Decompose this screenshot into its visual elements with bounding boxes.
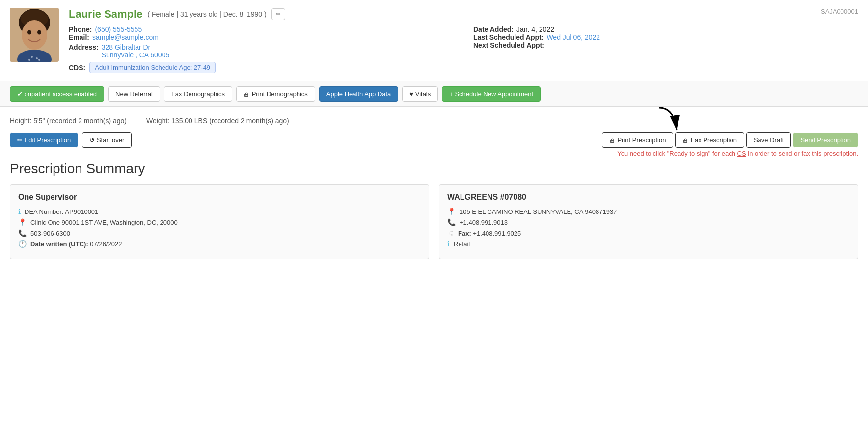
save-draft-button[interactable]: Save Draft — [746, 132, 791, 148]
last-appt-row: Last Scheduled Appt: Wed Jul 06, 2022 — [473, 33, 858, 41]
patient-gender: Female — [152, 10, 175, 18]
onpatient-button[interactable]: ✔ onpatient access enabled — [10, 86, 104, 102]
svg-point-3 — [22, 20, 47, 50]
address-row: Address: 328 Gibraltar Dr Sunnyvale , CA… — [69, 43, 454, 59]
edit-prescription-button[interactable]: ✏ Edit Prescription — [10, 132, 78, 148]
last-appt-label: Last Scheduled Appt: — [473, 33, 543, 41]
phone-label: Phone: — [69, 26, 92, 33]
pharmacy-phone-icon: 📞 — [447, 218, 456, 226]
print-prescription-button[interactable]: 🖨 Print Prescription — [602, 132, 674, 148]
svg-point-10 — [38, 59, 40, 61]
supervisor-card-title: One Supervisor — [18, 193, 421, 202]
svg-point-9 — [28, 59, 30, 61]
patient-details: Phone: (650) 555-5555 Email: sample@samp… — [69, 26, 858, 73]
pharmacy-address-value: 105 E EL CAMINO REAL SUNNYVALE, CA 94087… — [460, 208, 617, 215]
supervisor-phone-value: 503-906-6300 — [30, 230, 70, 237]
svg-point-4 — [27, 30, 31, 35]
pharmacy-type-row: ℹ Retail — [447, 240, 850, 248]
pharmacy-phone-row: 📞 +1.408.991.9013 — [447, 218, 850, 226]
schedule-appointment-button[interactable]: + Schedule New Appointment — [442, 86, 541, 102]
last-appt-value: Wed Jul 06, 2022 — [546, 33, 600, 41]
date-written-row: 🕐 Date written (UTC): 07/26/2022 — [18, 240, 421, 248]
pharmacy-info-icon: ℹ — [447, 240, 450, 248]
avatar — [10, 8, 59, 62]
pharmacy-card-title: WALGREENS #07080 — [447, 193, 850, 202]
pharmacy-fax-value: Fax: +1.408.991.9025 — [458, 230, 521, 237]
calendar-icon: 🕐 — [18, 240, 27, 248]
address-line1: 328 Gibraltar Dr — [102, 43, 170, 51]
dea-row: ℹ DEA Number: AP9010001 — [18, 208, 421, 215]
fax-prescription-button[interactable]: 🖨 Fax Prescription — [675, 132, 744, 148]
patient-name: Laurie Sample — [69, 8, 142, 21]
pharmacy-address-row: 📍 105 E EL CAMINO REAL SUNNYVALE, CA 940… — [447, 208, 850, 215]
date-added-row: Date Added: Jan. 4, 2022 — [473, 26, 858, 33]
svg-point-5 — [37, 30, 41, 35]
info-icon: ℹ — [18, 208, 21, 215]
patient-dob: Dec. 8, 1990 — [223, 10, 262, 18]
next-appt-row: Next Scheduled Appt: — [473, 41, 858, 49]
prescription-actions-right: 🖨 Print Prescription 🖨 Fax Prescription … — [602, 132, 858, 157]
date-written-value: Date written (UTC): 07/26/2022 — [30, 240, 122, 248]
clinic-row: 📍 Clinic One 90001 1ST AVE, Washington, … — [18, 218, 421, 226]
cds-row: CDS: Adult Immunization Schedule Age: 27… — [69, 62, 454, 73]
patient-header: Laurie Sample ( Female | 31 years old | … — [0, 0, 868, 81]
location-icon: 📍 — [18, 218, 27, 226]
cds-label: CDS: — [69, 64, 85, 72]
dea-value: DEA Number: AP9010001 — [25, 208, 98, 215]
patient-demographics: ( Female | 31 years old | Dec. 8, 1990 ) — [147, 10, 266, 18]
apple-health-button[interactable]: Apple Health App Data — [319, 86, 399, 102]
svg-point-8 — [36, 57, 38, 59]
prescription-actions-left: ✏ Edit Prescription ↺ Start over — [10, 132, 132, 148]
prescription-actions-wrapper: ✏ Edit Prescription ↺ Start over 🖨 Print… — [10, 132, 858, 157]
cds-badge: Adult Immunization Schedule Age: 27-49 — [89, 62, 216, 73]
fax-icon: 🖨 — [447, 229, 454, 237]
email-row: Email: sample@sample.com — [69, 33, 454, 41]
vitals-row: Height: 5'5" (recorded 2 month(s) ago) W… — [10, 117, 858, 125]
patient-info: Laurie Sample ( Female | 31 years old | … — [69, 8, 858, 73]
patient-name-row: Laurie Sample ( Female | 31 years old | … — [69, 8, 858, 21]
address-line2: Sunnyvale , CA 60005 — [102, 51, 170, 59]
action-bar: ✔ onpatient access enabled New Referral … — [0, 81, 868, 107]
main-content: Height: 5'5" (recorded 2 month(s) ago) W… — [0, 107, 868, 269]
pharmacy-fax-row: 🖨 Fax: +1.408.991.9025 — [447, 229, 850, 237]
prescription-actions: ✏ Edit Prescription ↺ Start over 🖨 Print… — [10, 132, 858, 157]
prescription-summary-title: Prescription Summary — [10, 161, 858, 177]
page: Laurie Sample ( Female | 31 years old | … — [0, 0, 868, 421]
patient-details-right: Date Added: Jan. 4, 2022 Last Scheduled … — [473, 26, 858, 73]
send-prescription-button[interactable]: Send Prescription — [793, 132, 858, 148]
pharmacy-phone-value: +1.408.991.9013 — [460, 219, 508, 226]
phone-value: (650) 555-5555 — [95, 26, 142, 33]
prescription-action-buttons: 🖨 Print Prescription 🖨 Fax Prescription … — [602, 132, 858, 148]
phone-row: Phone: (650) 555-5555 — [69, 26, 454, 33]
start-over-button[interactable]: ↺ Start over — [82, 132, 132, 148]
next-appt-label: Next Scheduled Appt: — [473, 41, 544, 49]
height-vital: Height: 5'5" (recorded 2 month(s) ago) — [10, 117, 127, 125]
pharmacy-card: WALGREENS #07080 📍 105 E EL CAMINO REAL … — [439, 184, 858, 259]
vitals-button[interactable]: ♥ Vitals — [402, 86, 438, 102]
phone-icon: 📞 — [18, 229, 27, 237]
fax-demographics-button[interactable]: Fax Demographics — [164, 86, 232, 102]
prescription-warning: You need to click "Ready to sign" for ea… — [617, 150, 858, 157]
supervisor-phone-row: 📞 503-906-6300 — [18, 229, 421, 237]
email-value: sample@sample.com — [92, 33, 159, 41]
new-referral-button[interactable]: New Referral — [108, 86, 160, 102]
date-added-label: Date Added: — [473, 26, 514, 33]
date-added-value: Jan. 4, 2022 — [516, 26, 554, 33]
weight-vital: Weight: 135.00 LBS (recorded 2 month(s) … — [146, 117, 289, 125]
pharmacy-type-value: Retail — [454, 240, 470, 248]
patient-age: 31 years old — [180, 10, 217, 18]
clinic-value: Clinic One 90001 1ST AVE, Washington, DC… — [30, 219, 178, 226]
supervisor-card: One Supervisor ℹ DEA Number: AP9010001 📍… — [10, 184, 429, 259]
pharmacy-location-icon: 📍 — [447, 208, 456, 215]
print-demographics-button[interactable]: 🖨 Print Demographics — [236, 86, 315, 102]
email-label: Email: — [69, 33, 89, 41]
prescription-cards: One Supervisor ℹ DEA Number: AP9010001 📍… — [10, 184, 858, 259]
address-value: 328 Gibraltar Dr Sunnyvale , CA 60005 — [102, 43, 170, 59]
patient-details-left: Phone: (650) 555-5555 Email: sample@samp… — [69, 26, 454, 73]
svg-point-7 — [31, 56, 33, 58]
edit-patient-button[interactable]: ✏ — [271, 8, 285, 20]
patient-id: SAJA000001 — [821, 8, 858, 15]
address-label: Address: — [69, 43, 99, 51]
